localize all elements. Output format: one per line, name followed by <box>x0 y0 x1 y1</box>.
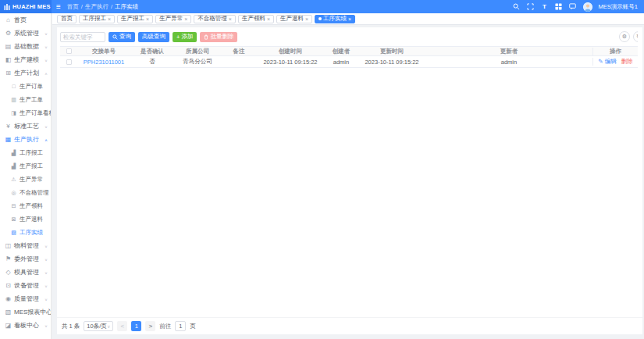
add-button[interactable]: + 添加 <box>173 32 197 42</box>
select-all-checkbox[interactable] <box>66 48 72 54</box>
tab-nonconforming-mgmt[interactable]: 不合格管理 × <box>194 15 236 23</box>
sidebar-item-report-center[interactable]: ▧ MES报表中心 ∨ <box>0 305 51 319</box>
bar-chart-icon: ▟ <box>10 163 17 170</box>
font-size-icon[interactable]: T <box>541 3 549 11</box>
query-button[interactable]: 查询 <box>109 32 135 42</box>
close-icon[interactable]: × <box>184 16 187 22</box>
trash-icon <box>204 34 208 40</box>
sidebar-item-basic-data[interactable]: ▤ 基础数据 ∨ <box>0 40 51 53</box>
tab-process-report[interactable]: 工序报工 × <box>79 15 115 23</box>
sidebar-subitem-process-report[interactable]: ▟ 工序报工 <box>0 146 51 159</box>
close-icon[interactable]: × <box>229 16 232 22</box>
batch-delete-button[interactable]: 批量删除 <box>200 32 237 42</box>
plan-icon: ⊞ <box>5 70 12 77</box>
workorder-icon: ▥ <box>10 97 17 103</box>
page-size-select[interactable]: 10条/页 ∨ <box>84 321 113 331</box>
tab-material-return[interactable]: 生产退料 × <box>276 15 312 23</box>
sidebar: ⌂ 首页 ⚙ 系统管理 ∨ ▤ 基础数据 ∨ ◧ 生产建模 ∨ ⊞ 生产计划 ∧… <box>0 13 52 339</box>
tab-production-abnormal[interactable]: 生产异常 × <box>155 15 191 23</box>
execute-icon: ▦ <box>5 136 12 143</box>
sidebar-subitem-production-order[interactable]: □ 生产订单 <box>0 80 51 93</box>
select-all-checkbox-cell <box>60 48 77 54</box>
prev-page-button[interactable]: < <box>117 321 127 331</box>
username[interactable]: MES演示账号1 <box>599 3 638 11</box>
sidebar-subitem-production-report[interactable]: ▟ 生产报工 <box>0 159 51 173</box>
delete-link[interactable]: 删除 <box>621 58 633 65</box>
close-icon[interactable]: × <box>305 16 308 22</box>
close-icon[interactable]: × <box>267 16 270 22</box>
sidebar-subitem-work-order[interactable]: ▥ 生产工单 <box>0 93 51 106</box>
order-no-link[interactable]: PPH231011001 <box>84 59 124 66</box>
breadcrumb-current: 工序实绩 <box>115 3 138 11</box>
sidebar-item-production-execution[interactable]: ▦ 生产执行 ∧ <box>0 133 51 146</box>
collapse-menu-icon[interactable]: ≡ <box>56 3 61 11</box>
sidebar-subitem-process-actual[interactable]: ▨ 工序实绩 <box>0 226 51 239</box>
sidebar-subitem-order-kanban[interactable]: ◨ 生产订单看板 <box>0 106 51 120</box>
breadcrumb-home[interactable]: 首页 <box>67 3 79 11</box>
next-page-button[interactable]: > <box>145 321 155 331</box>
fullscreen-icon[interactable] <box>527 3 535 11</box>
gear-icon: ⚙ <box>5 30 12 37</box>
search-icon <box>112 34 118 40</box>
chevron-down-icon: ∨ <box>44 31 48 35</box>
bar-chart-icon: ▟ <box>10 150 17 156</box>
close-icon[interactable]: × <box>348 16 351 22</box>
sidebar-item-kanban-center[interactable]: ◪ 看板中心 ∨ <box>0 319 51 332</box>
current-page-button[interactable]: 1 <box>131 321 141 331</box>
search-icon[interactable] <box>513 3 521 11</box>
tab-process-actual[interactable]: 工序实绩 × <box>315 15 355 23</box>
sidebar-item-home[interactable]: ⌂ 首页 <box>0 13 51 27</box>
message-icon[interactable] <box>569 3 577 11</box>
sidebar-item-production-modeling[interactable]: ◧ 生产建模 ∨ <box>0 53 51 66</box>
sidebar-item-standard-process[interactable]: ¥ 标准工艺 ∨ <box>0 120 51 133</box>
cell-updater: admin <box>425 59 592 66</box>
breadcrumb-separator: / <box>81 3 83 11</box>
table-empty-space <box>57 68 642 317</box>
dashboard-icon: ◪ <box>5 322 12 329</box>
sidebar-item-production-plan[interactable]: ⊞ 生产计划 ∧ <box>0 66 51 80</box>
sidebar-item-material-mgmt[interactable]: ◫ 物料管理 ∨ <box>0 239 51 252</box>
home-icon: ⌂ <box>5 16 12 23</box>
sidebar-subitem-production-abnormal[interactable]: ⚠ 生产异常 <box>0 173 51 186</box>
sidebar-subitem-material-return[interactable]: ⊠ 生产退料 <box>0 212 51 226</box>
cell-operations: ✎ 编辑 删除 <box>592 58 638 66</box>
sidebar-item-equipment-mgmt[interactable]: ⊡ 设备管理 ∨ <box>0 279 51 292</box>
sidebar-item-mold-mgmt[interactable]: ◇ 模具管理 ∨ <box>0 266 51 279</box>
advanced-query-button[interactable]: 高级查询 <box>138 32 169 42</box>
kanban-icon: ◨ <box>10 110 17 116</box>
column-settings-icon[interactable]: ↻ <box>633 31 638 42</box>
refresh-icon[interactable]: ⚙ <box>619 31 630 42</box>
chevron-up-icon: ∧ <box>44 71 48 75</box>
tab-production-report[interactable]: 生产报工 × <box>117 15 153 23</box>
table-row: PPH231011001 否 青岛分公司 2023-10-11 09:15:22… <box>60 56 638 68</box>
actual-chart-icon: ▨ <box>10 230 17 236</box>
edit-link[interactable]: ✎ 编辑 <box>598 58 616 65</box>
sidebar-item-system-mgmt[interactable]: ⚙ 系统管理 ∨ <box>0 27 51 40</box>
col-header-confirmed: 是否确认 <box>130 48 174 55</box>
user-avatar[interactable] <box>583 2 592 12</box>
search-input[interactable] <box>60 32 105 42</box>
app-logo: HUAZHI MES <box>0 0 52 13</box>
sidebar-item-quality-mgmt[interactable]: ◉ 质量管理 ∨ <box>0 292 51 305</box>
report-icon: ▧ <box>5 309 12 316</box>
content-card: 查询 高级查询 + 添加 批量删除 ⚙ ↻ 交接单 <box>57 27 642 334</box>
goto-page-input[interactable] <box>175 321 186 331</box>
warning-icon: ⚠ <box>10 177 17 183</box>
close-icon[interactable]: × <box>146 16 149 22</box>
header-actions: T MES演示账号1 <box>513 2 644 12</box>
sidebar-subitem-material-requisition[interactable]: ⊟ 生产领料 <box>0 199 51 212</box>
main-area: 首页 工序报工 × 生产报工 × 生产异常 × 不合格管理 × 生产领料 × 生… <box>52 13 644 339</box>
tab-home[interactable]: 首页 <box>57 15 76 23</box>
layout-icon[interactable] <box>555 3 563 11</box>
quality-icon: ◉ <box>5 295 12 302</box>
material-out-icon: ⊟ <box>10 203 17 209</box>
chevron-up-icon: ∧ <box>44 137 48 141</box>
craft-icon: ¥ <box>5 123 12 130</box>
tab-material-requisition[interactable]: 生产领料 × <box>238 15 274 23</box>
sidebar-subitem-nonconforming-mgmt[interactable]: ◎ 不合格管理 <box>0 186 51 199</box>
row-checkbox[interactable] <box>66 59 72 65</box>
chevron-down-icon: ∨ <box>44 58 48 62</box>
breadcrumb-section[interactable]: 生产执行 <box>85 3 109 11</box>
close-icon[interactable]: × <box>108 16 111 22</box>
sidebar-item-outsourcing-mgmt[interactable]: ⚑ 委外管理 ∨ <box>0 252 51 266</box>
